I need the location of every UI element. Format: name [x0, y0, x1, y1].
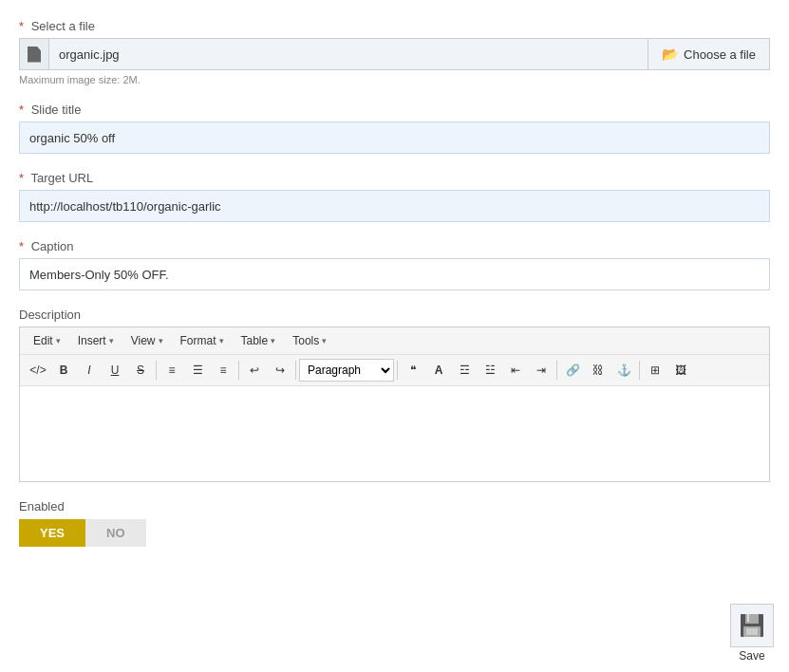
unlink-button[interactable]: ⛓ [586, 359, 611, 382]
folder-icon: 📂 [662, 47, 678, 62]
edit-menu[interactable]: Edit ▾ [26, 331, 68, 350]
redo-button[interactable]: ↪ [268, 359, 292, 382]
toolbar-separator-1 [156, 361, 157, 380]
description-label: Description [19, 308, 770, 322]
toolbar-separator-2 [238, 361, 239, 380]
align-center-button[interactable]: ☰ [185, 359, 210, 382]
svg-rect-2 [747, 614, 749, 622]
toggle-yes-button[interactable]: YES [19, 519, 85, 547]
align-right-button[interactable]: ≡ [211, 359, 235, 382]
toolbar-separator-4 [397, 361, 398, 380]
format-menu-arrow: ▾ [219, 336, 224, 345]
file-input-row: organic.jpg 📂 Choose a file [19, 38, 770, 70]
view-menu-arrow: ▾ [159, 336, 163, 345]
undo-button[interactable]: ↩ [242, 359, 267, 382]
outdent-button[interactable]: ⇤ [503, 359, 528, 382]
file-field-group: * Select a file organic.jpg 📂 Choose a f… [19, 19, 770, 85]
bullist-button[interactable]: ☲ [452, 359, 477, 382]
slide-title-field-group: * Slide title [19, 103, 770, 154]
blockquote-button[interactable]: ❝ [401, 359, 425, 382]
max-image-hint: Maximum image size: 2M. [19, 74, 770, 85]
toolbar-separator-3 [295, 361, 296, 380]
rich-text-editor: Edit ▾ Insert ▾ View ▾ Format ▾ Table [19, 327, 770, 482]
link-button[interactable]: 🔗 [560, 359, 585, 382]
enabled-label: Enabled [19, 499, 770, 513]
target-url-input[interactable] [19, 190, 770, 222]
source-button[interactable]: </> [26, 359, 50, 382]
tools-menu-arrow: ▾ [322, 336, 327, 345]
image-button[interactable]: 🖼 [668, 359, 693, 382]
editor-toolbar: </> B I U S ≡ ☰ ≡ ↩ ↪ Paragraph Heading … [20, 355, 769, 386]
editor-body[interactable] [20, 386, 769, 481]
file-label: * Select a file [19, 19, 770, 33]
caption-input[interactable] [19, 258, 770, 290]
view-menu[interactable]: View ▾ [123, 331, 171, 350]
file-icon [28, 47, 41, 63]
align-left-button[interactable]: ≡ [160, 359, 184, 382]
format-menu[interactable]: Format ▾ [173, 331, 232, 350]
toggle-no-button[interactable]: NO [85, 519, 146, 547]
choose-file-button[interactable]: 📂 Choose a file [648, 39, 769, 69]
file-name-display: organic.jpg [49, 39, 648, 69]
insert-menu-arrow: ▾ [109, 336, 114, 345]
insert-menu[interactable]: Insert ▾ [70, 331, 122, 350]
bold-button[interactable]: B [51, 359, 76, 382]
charmap-button[interactable]: A [426, 359, 451, 382]
required-asterisk: * [19, 239, 24, 253]
caption-label: * Caption [19, 239, 770, 253]
save-label: Save [739, 649, 764, 663]
italic-button[interactable]: I [77, 359, 102, 382]
paragraph-select[interactable]: Paragraph Heading 1 Heading 2 Heading 3 [299, 359, 394, 382]
table-button[interactable]: ⊞ [643, 359, 667, 382]
tools-menu[interactable]: Tools ▾ [285, 331, 334, 350]
slide-title-label: * Slide title [19, 103, 770, 117]
table-menu[interactable]: Table ▾ [234, 331, 284, 350]
toolbar-separator-5 [556, 361, 557, 380]
target-url-field-group: * Target URL [19, 171, 770, 222]
required-asterisk: * [19, 171, 24, 185]
slide-title-input[interactable] [19, 121, 770, 154]
strikethrough-button[interactable]: S [128, 359, 153, 382]
editor-menubar: Edit ▾ Insert ▾ View ▾ Format ▾ Table [20, 327, 769, 355]
target-url-label: * Target URL [19, 171, 770, 185]
svg-rect-4 [746, 628, 758, 635]
floppy-icon [739, 612, 765, 639]
file-icon-cell [20, 39, 49, 69]
enabled-section: Enabled YES NO [19, 499, 770, 547]
underline-button[interactable]: U [103, 359, 127, 382]
toolbar-separator-6 [639, 361, 640, 380]
save-area: Save [730, 604, 774, 663]
table-menu-arrow: ▾ [271, 336, 275, 345]
toggle-group: YES NO [19, 519, 770, 547]
numlist-button[interactable]: ☳ [478, 359, 502, 382]
indent-button[interactable]: ⇥ [529, 359, 554, 382]
edit-menu-arrow: ▾ [56, 336, 61, 345]
caption-field-group: * Caption [19, 239, 770, 290]
save-button[interactable] [730, 604, 774, 647]
required-asterisk: * [19, 103, 24, 117]
required-asterisk: * [19, 19, 24, 33]
anchor-button[interactable]: ⚓ [611, 359, 636, 382]
description-field-group: Description Edit ▾ Insert ▾ View ▾ Forma… [19, 308, 770, 482]
